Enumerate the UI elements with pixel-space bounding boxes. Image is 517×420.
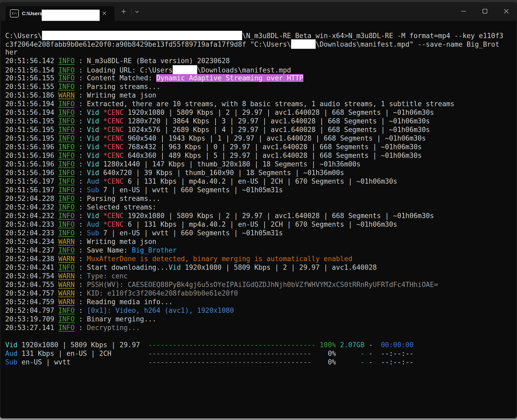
terminal-line: 20:51:56.186 WARN : Writing meta json: [5, 91, 517, 100]
terminal-line: 20:51:56.197 INFO : Aud *CENC 6 | 131 Kb…: [5, 177, 517, 186]
terminal-line: 20:51:56.154 INFO : Loading URL: C:\User…: [5, 65, 517, 74]
terminal-line: 20:52:04.233 INFO : Aud *CENC 6 | 131 Kb…: [5, 220, 517, 229]
terminal-line: C:\Users\\N_m3u8DL-RE_Beta_win-x64>N_m3u…: [5, 31, 517, 39]
terminal-line: 20:51:56.195 INFO : Vid *CENC 1024x576 |…: [5, 125, 517, 134]
terminal-window: C:\ C:\Users: [0, 2, 517, 418]
terminal-line: 20:53:19.709 INFO : Binary merging...: [5, 315, 517, 323]
terminal-line: 20:51:56.155 INFO : Content Matched: Dyn…: [5, 74, 517, 82]
terminal-line: 20:51:56.196 INFO : Vid 1280x1440 | 147 …: [5, 160, 517, 169]
terminal-output[interactable]: C:\Users\\N_m3u8DL-RE_Beta_win-x64>N_m3u…: [0, 21, 517, 367]
terminal-line: 20:51:56.195 INFO : Vid *CENC 960x540 | …: [5, 134, 517, 143]
close-icon: [102, 11, 106, 16]
tab-dropdown-button[interactable]: [133, 8, 141, 16]
terminal-line: 20:52:04.237 INFO : Save Name: Big_Broth…: [5, 246, 517, 255]
plus-icon: [121, 9, 126, 15]
terminal-line: c3f2064e208fabb9b0e61e20f0:a90b8429be13f…: [5, 39, 517, 48]
terminal-line: 20:52:04.755 WARN : PSSH(WV): CAESEOEQ88…: [5, 280, 517, 289]
caption-buttons: [453, 2, 517, 21]
new-tab-button[interactable]: [119, 8, 128, 16]
redaction-box: [42, 10, 100, 21]
terminal-line: 20:53:27.141 INFO : Decrypting...: [5, 323, 517, 332]
maximize-icon: [482, 8, 488, 15]
terminal-line: 20:52:04.232 INFO : Selected streams:: [5, 203, 517, 212]
terminal-line: 20:52:04.757 WARN : KID: e110f3c3f2064e2…: [5, 289, 517, 298]
terminal-line: 20:51:56.196 INFO : Vid *CENC 640x360 | …: [5, 151, 517, 160]
terminal-line: 20:51:56.142 INFO : N_m3u8DL-RE (Beta ve…: [5, 57, 517, 65]
terminal-line: 20:51:56.197 INFO : Sub 7 | en-US | wvtt…: [5, 186, 517, 194]
terminal-line: 20:51:56.196 INFO : Vid 640x720 | 39 Kbp…: [5, 169, 517, 177]
terminal-line: [5, 332, 517, 341]
close-button[interactable]: [496, 2, 517, 21]
chevron-down-icon: [135, 10, 139, 14]
terminal-line: 20:52:04.754 WARN : Type: cenc: [5, 272, 517, 280]
terminal-line: 20:52:04.233 INFO : Sub 7 | en-US | wvtt…: [5, 229, 517, 237]
terminal-icon-text: C:\: [12, 12, 17, 15]
redaction-box: [42, 31, 242, 40]
titlebar: C:\ C:\Users: [0, 2, 517, 21]
terminal-line: 20:52:04.238 WARN : MuxAfterDone is dete…: [5, 255, 517, 263]
tab-close-button[interactable]: [100, 10, 108, 17]
terminal-line: 20:51:56.196 INFO : Vid *CENC 768x432 | …: [5, 143, 517, 151]
titlebar-divider: [131, 8, 131, 15]
terminal-line: Sub en-US | wvtt -----------------------…: [5, 358, 517, 367]
terminal-line: Aud 131 Kbps | en-US | 2CH -------------…: [5, 349, 517, 358]
terminal-line: 20:52:04.234 WARN : Writing meta json: [5, 237, 517, 246]
terminal-line: 20:52:04.228 INFO : Parsing streams...: [5, 194, 517, 203]
terminal-line: 20:52:04.232 INFO : Vid *CENC 1920x1080 …: [5, 212, 517, 220]
close-icon: [503, 8, 509, 15]
terminal-line: 20:51:56.195 INFO : Vid *CENC 1280x720 |…: [5, 117, 517, 125]
terminal-line: 20:52:04.759 WARN : Reading media info..…: [5, 298, 517, 306]
terminal-icon: C:\: [10, 9, 19, 17]
terminal-line: 20:52:04.797 INFO : [0x1]: Video, h264 (…: [5, 306, 517, 315]
terminal-line: her: [5, 48, 517, 57]
terminal-line: Vid 1920x1080 | 5809 Kbps | 29.97 ------…: [5, 341, 517, 349]
redaction-box: [173, 65, 197, 75]
terminal-line: 20:51:56.194 INFO : Vid *CENC 1920x1080 …: [5, 108, 517, 117]
minimize-button[interactable]: [453, 2, 474, 21]
tab-cmd[interactable]: C:\ C:\Users: [5, 6, 115, 21]
tab-title: C:\Users: [22, 11, 42, 16]
terminal-line: 20:52:04.241 INFO : Start downloading...…: [5, 263, 517, 272]
terminal-line: 20:51:56.194 INFO : Extracted, there are…: [5, 100, 517, 108]
maximize-button[interactable]: [474, 2, 496, 21]
redaction-box: [291, 39, 316, 49]
terminal-line: 20:51:56.155 INFO : Parsing streams...: [5, 82, 517, 91]
minimize-icon: [461, 8, 466, 15]
